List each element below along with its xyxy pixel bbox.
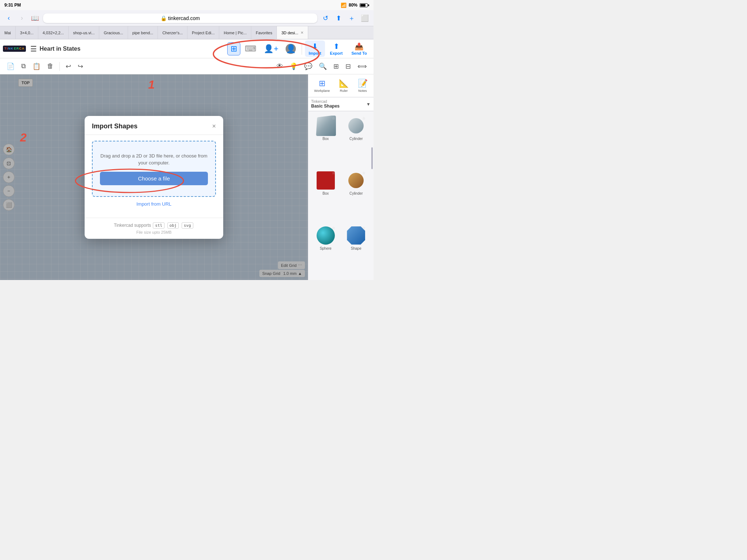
search-button[interactable]: 🔍	[317, 61, 329, 72]
tab-project[interactable]: Project Edi...	[187, 26, 219, 39]
header-right-actions: ⊞ ⌨ 👤+ 👤 ⬇ Import ⬆ Export 📤 Send To	[227, 40, 371, 57]
choose-file-button[interactable]: Choose a file	[100, 172, 208, 185]
modal-footer: Tinkercad supports stl obj svg File size…	[85, 218, 223, 239]
drop-text: Drag and drop a 2D or 3D file here, or c…	[100, 152, 208, 167]
paste-button[interactable]: 📋	[30, 61, 43, 72]
import-url-link[interactable]: Import from URL	[92, 201, 216, 207]
tab-close-icon[interactable]: ✕	[301, 31, 303, 35]
lightbulb-button[interactable]: 💡	[287, 61, 300, 72]
shape-label-box-1: Box	[322, 137, 329, 141]
tab-3d-design[interactable]: 3D desi... ✕	[277, 26, 308, 39]
bookmarks-button[interactable]: 📖	[30, 13, 40, 23]
drop-zone[interactable]: Drag and drop a 2D or 3D file here, or c…	[92, 141, 216, 197]
align-button[interactable]: ⊟	[343, 61, 353, 72]
ruler-icon: 📐	[339, 79, 349, 88]
avatar: 👤	[286, 44, 296, 54]
star-icon-5: ☆	[332, 226, 335, 230]
tinkercad-header: TINK ERCA ☰ Heart in States ⊞ ⌨ 👤+ 👤 ⬇ I…	[0, 39, 374, 58]
file-size-note: File size upto 25MB	[92, 230, 216, 234]
tab-4032[interactable]: 4,032×2,2...	[38, 26, 69, 39]
shapes-panel-button[interactable]: ⊞	[227, 42, 240, 55]
forward-button[interactable]: ›	[17, 13, 27, 23]
shape-label-cylinder-1: Cylinder	[349, 137, 363, 141]
workplane-button[interactable]: ⊞ Workplane	[313, 77, 331, 94]
status-bar: 9:31 PM 📶 80%	[0, 0, 374, 10]
profile-button[interactable]: 👤+	[261, 43, 281, 55]
right-panel: ⊞ Workplane 📐 Ruler 📝 Notes Tinkercad Ba…	[308, 74, 374, 280]
grid-button[interactable]: ⊞	[331, 61, 341, 72]
scrollbar-thumb[interactable]	[371, 147, 373, 169]
send-to-button[interactable]: 📤 Send To	[348, 40, 371, 57]
tab-home[interactable]: Home | Pic...	[219, 26, 251, 39]
tab-gracious[interactable]: Gracious...	[99, 26, 128, 39]
format-stl: stl	[153, 222, 165, 229]
modal-overlay[interactable]: Import Shapes × Drag and drop a 2D or 3D…	[0, 74, 308, 280]
dropdown-arrow-icon: ▼	[366, 102, 371, 107]
share-button[interactable]: ⬆	[333, 13, 344, 23]
shape-other-preview: ☆	[346, 225, 366, 246]
shape-box-1-preview: ☆	[316, 116, 336, 136]
import-button[interactable]: ⬇ Import	[305, 40, 325, 57]
workplane-label: Workplane	[314, 89, 330, 93]
reload-button[interactable]: ↺	[320, 13, 330, 23]
wifi-icon: 📶	[341, 3, 347, 8]
tabs-button[interactable]: ⬜	[360, 13, 370, 23]
back-button[interactable]: ‹	[4, 13, 14, 23]
import-icon: ⬇	[312, 42, 318, 51]
import-shapes-modal: Import Shapes × Drag and drop a 2D or 3D…	[85, 116, 223, 239]
pixelate-button[interactable]: ⌨	[242, 43, 259, 55]
canvas-area[interactable]: 🏠 ⊡ ＋ － ⬜ TOP Edit Grid ⋯ Snap Grid 1.0 …	[0, 74, 308, 280]
tab-cherzer[interactable]: Cherzer's...	[158, 26, 187, 39]
chat-button[interactable]: 💬	[302, 61, 314, 72]
shape-item-cylinder-1[interactable]: ☆ Cylinder	[342, 114, 371, 167]
export-button[interactable]: ⬆ Export	[326, 40, 347, 57]
new-button[interactable]: 📄	[4, 61, 17, 72]
shapes-dropdown-button[interactable]: ▼	[366, 101, 371, 107]
mirror-button[interactable]: ⟺	[355, 61, 369, 72]
shape-label-box-2: Box	[322, 191, 329, 195]
tab-3x4[interactable]: 3×4,0...	[16, 26, 38, 39]
shapes-grid: ☆ Box ☆ Cylinder ☆ Box	[308, 111, 374, 280]
new-tab-button[interactable]: ＋	[347, 13, 357, 23]
shape-item-cylinder-2[interactable]: ☆ Cylinder	[342, 169, 371, 222]
star-icon-6: ☆	[362, 226, 365, 230]
modal-close-button[interactable]: ×	[212, 123, 216, 129]
format-svg: svg	[182, 222, 193, 229]
send-to-label: Send To	[351, 51, 367, 55]
ruler-button[interactable]: 📐 Ruler	[337, 77, 350, 94]
tab-mai[interactable]: Mai	[0, 26, 16, 39]
shape-item-other[interactable]: ☆ Shape	[342, 224, 371, 277]
tab-shop[interactable]: shop-us.vi...	[69, 26, 99, 39]
avatar-button[interactable]: 👤	[283, 42, 299, 55]
tab-favorites[interactable]: Favorites	[251, 26, 277, 39]
star-icon-4: ☆	[362, 171, 365, 175]
project-title: Heart in States	[40, 46, 225, 52]
add-user-icon: 👤+	[264, 44, 278, 54]
time-display: 9:31 PM	[4, 3, 21, 8]
export-label: Export	[330, 51, 343, 55]
shape-item-sphere[interactable]: ☆ Sphere	[311, 224, 340, 277]
shape-label-other: Shape	[351, 246, 361, 250]
right-top-tools: ⊞ Workplane 📐 Ruler 📝 Notes	[308, 74, 374, 97]
delete-button[interactable]: 🗑	[45, 61, 56, 71]
format-obj: obj	[167, 222, 179, 229]
tab-pipe[interactable]: pipe bend...	[128, 26, 158, 39]
modal-title: Import Shapes	[92, 122, 138, 130]
modal-body: Drag and drop a 2D or 3D file here, or c…	[85, 135, 223, 218]
shape-label-sphere: Sphere	[320, 246, 332, 250]
url-bar[interactable]	[43, 13, 317, 23]
shape-cylinder-2-preview: ☆	[346, 170, 366, 191]
redo-button[interactable]: ↪	[76, 61, 85, 72]
shape-cylinder-1-preview: ☆	[346, 116, 366, 136]
view-button[interactable]: 👁	[274, 61, 285, 71]
shape-item-box-2[interactable]: ☆ Box	[311, 169, 340, 222]
main-area: 🏠 ⊡ ＋ － ⬜ TOP Edit Grid ⋯ Snap Grid 1.0 …	[0, 74, 374, 280]
copy-button[interactable]: ⧉	[19, 61, 28, 71]
send-to-icon: 📤	[355, 42, 364, 51]
notes-button[interactable]: 📝 Notes	[356, 77, 369, 94]
undo-button[interactable]: ↩	[63, 61, 73, 72]
shape-item-box-1[interactable]: ☆ Box	[311, 114, 340, 167]
supported-formats: Tinkercad supports stl obj svg	[92, 222, 216, 229]
star-icon: ☆	[332, 116, 335, 120]
workplane-icon: ⊞	[319, 79, 325, 88]
